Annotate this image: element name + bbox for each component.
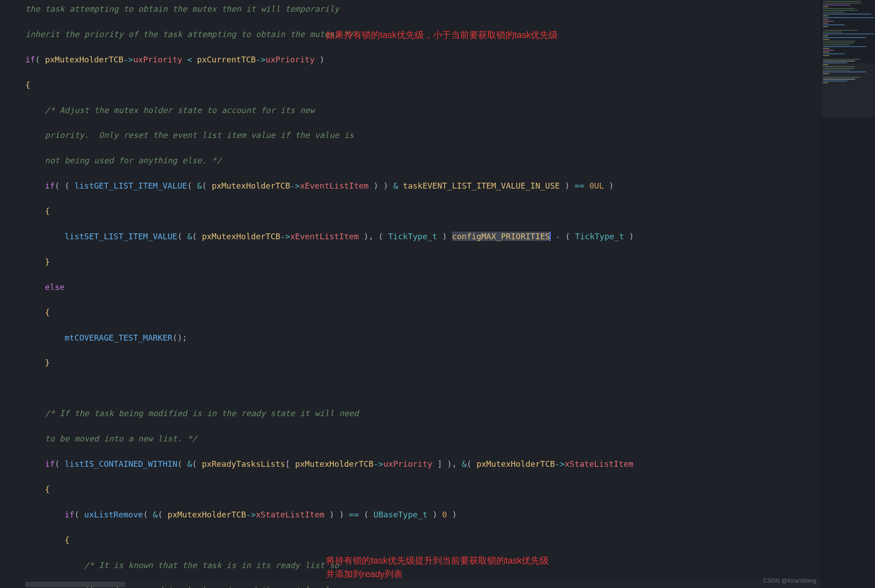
text-cursor: [550, 232, 551, 241]
code-block: the task attempting to obtain the mutex …: [0, 3, 821, 588]
brace-open: {: [25, 80, 30, 90]
comment-line: inherit the priority of the task attempt…: [25, 29, 354, 39]
annotation-1: 如果持有锁的task优先级，小于当前要获取锁的task优先级: [326, 28, 558, 42]
editor-wrap: the task attempting to obtain the mutex …: [0, 0, 875, 588]
horizontal-scrollbar[interactable]: [25, 582, 821, 587]
annotation-3: 并添加到ready列表: [326, 567, 403, 581]
horizontal-scrollbar-thumb[interactable]: [25, 582, 125, 587]
watermark: CSDN @KiranWang: [763, 576, 816, 585]
comment-line: the task attempting to obtain the mutex …: [25, 4, 339, 14]
kw-if: if: [25, 55, 35, 64]
annotation-2: 将持有锁的task优先级提升到当前要获取锁的task优先级: [326, 554, 549, 568]
kw-else: else: [45, 282, 64, 292]
code-area[interactable]: the task attempting to obtain the mutex …: [0, 0, 821, 588]
minimap[interactable]: [821, 0, 875, 588]
selection: configMAX_PRIORITIES: [452, 232, 550, 241]
